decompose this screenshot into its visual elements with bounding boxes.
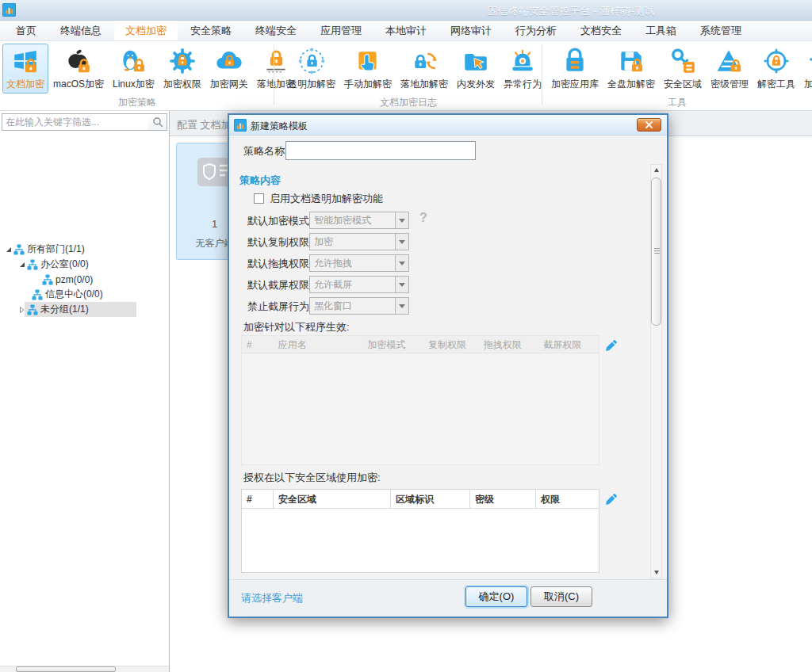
field-label-screenshot-permission: 默认截屏权限 xyxy=(247,278,309,292)
col-app-name: 应用名 xyxy=(274,336,362,353)
app-table-header: # 应用名 加密模式 复制权限 拖拽权限 截屏权限 xyxy=(242,336,599,353)
tab-app-manage[interactable]: 应用管理 xyxy=(309,21,373,40)
ribbon-group-encrypt-policy: 文档加密 macOS加密 xyxy=(0,41,274,111)
tab-security-policy[interactable]: 安全策略 xyxy=(179,21,243,40)
new-policy-template-dialog: 新建策略模板 策略名称: 策略内容 启用文档透明加解密功能 默认加密模式 智能加… xyxy=(228,113,668,618)
tab-network-audit[interactable]: 网络审计 xyxy=(439,21,503,40)
gear-lock-icon xyxy=(168,47,197,75)
workspace-tab-label[interactable]: 配置 文档加 xyxy=(177,118,232,132)
scrollbar-thumb[interactable] xyxy=(651,178,661,326)
col-drag-permission: 拖拽权限 xyxy=(479,336,539,353)
col-copy-permission: 复制权限 xyxy=(423,336,479,353)
field-label-drag-permission: 默认拖拽权限 xyxy=(247,257,309,271)
sidebar-horizontal-scrollbar[interactable] xyxy=(0,666,169,672)
apple-lock-icon xyxy=(64,47,93,75)
expander-open-icon[interactable] xyxy=(6,247,11,252)
col-index: # xyxy=(242,336,274,353)
zone-table-header: # 安全区域 区域标识 密级 权限 xyxy=(242,490,599,509)
field-label-encrypt-mode: 默认加密模式 xyxy=(247,214,309,228)
ribbon-item-landing-crypt[interactable]: 落地加解密 xyxy=(396,44,452,94)
app-library-icon xyxy=(561,47,589,75)
close-icon xyxy=(645,121,653,128)
chevron-down-icon[interactable] xyxy=(395,255,408,271)
close-button[interactable] xyxy=(637,118,661,132)
dialog-title: 新建策略模板 xyxy=(251,120,308,133)
org-icon xyxy=(27,259,38,270)
search-button[interactable] xyxy=(148,113,167,131)
ribbon-item-macos-encrypt[interactable]: macOS加密 xyxy=(49,44,108,94)
folder-send-icon xyxy=(462,47,490,75)
chevron-down-icon[interactable] xyxy=(395,212,408,228)
dialog-vertical-scrollbar[interactable] xyxy=(650,164,662,578)
ribbon-item-secret-level[interactable]: 密级管理 xyxy=(707,44,753,94)
search-icon xyxy=(152,116,163,128)
tab-terminal-security[interactable]: 终端安全 xyxy=(244,21,308,40)
tree-item-ungrouped[interactable]: 未分组(1/1) xyxy=(20,302,136,317)
ribbon-item-encrypt-gateway[interactable]: 加密网关 xyxy=(206,44,252,94)
zone-table-caption: 授权在以下安全区域使用加密: xyxy=(243,471,381,485)
ribbon: 文档加密 macOS加密 xyxy=(0,41,812,111)
tree-item-office[interactable]: 办公室(0/0) xyxy=(20,257,89,272)
chevron-down-icon[interactable] xyxy=(395,298,408,314)
encrypt-mode-select[interactable]: 智能加密模式 xyxy=(309,212,409,229)
screenshot-permission-select[interactable]: 允许截屏 xyxy=(309,276,409,293)
org-icon xyxy=(42,274,53,285)
ribbon-item-abnormal-behavior[interactable]: 异常行为 xyxy=(500,44,546,94)
help-icon[interactable]: ? xyxy=(419,211,427,225)
chevron-down-icon[interactable] xyxy=(395,277,408,292)
cancel-button[interactable]: 取消(C) xyxy=(530,586,592,607)
transparent-crypt-icon xyxy=(297,47,326,75)
select-client-link[interactable]: 请选择客户端 xyxy=(241,591,303,605)
tab-local-audit[interactable]: 本地审计 xyxy=(374,21,438,40)
drag-permission-select[interactable]: 允许拖拽 xyxy=(309,254,409,272)
copy-permission-select[interactable]: 加密 xyxy=(309,233,409,250)
ribbon-item-encrypt-app-library[interactable]: 加密应用库 xyxy=(547,44,603,94)
scroll-down-icon[interactable] xyxy=(651,567,661,578)
ribbon-item-encrypt-permission[interactable]: 加密权限 xyxy=(159,44,205,94)
col-safe-zone: 安全区域 xyxy=(274,490,391,508)
forbid-screenshot-behavior-select[interactable]: 黑化窗口 xyxy=(309,297,409,315)
expander-open-icon[interactable] xyxy=(20,262,25,267)
window-title: 固信终端安全管控平台 - 潘梓萌-测试 xyxy=(412,4,730,18)
tree-item-pzm[interactable]: pzm(0/0) xyxy=(40,272,93,287)
tab-doc-encrypt[interactable]: 文档加密 xyxy=(114,21,178,40)
ribbon-item-transparent-crypt[interactable]: 透明加解密 xyxy=(284,44,339,94)
edit-app-table-icon[interactable] xyxy=(605,339,618,352)
dialog-logo-icon xyxy=(234,119,247,132)
ok-button[interactable]: 确定(O) xyxy=(465,586,527,607)
enable-transparent-crypt-checkbox[interactable] xyxy=(254,193,264,204)
ribbon-item-decrypt-tool[interactable]: 解密工具 xyxy=(753,44,799,94)
policy-name-input[interactable] xyxy=(285,141,476,160)
ribbon-group-label: 文档加密日志 xyxy=(274,96,542,109)
edit-zone-table-icon[interactable] xyxy=(605,493,618,506)
tab-toolbox[interactable]: 工具箱 xyxy=(634,21,688,40)
tree-item-info-center[interactable]: 信息中心(0/0) xyxy=(29,287,103,302)
org-icon xyxy=(13,244,25,255)
tree-item-all-departments[interactable]: 所有部门(1/1) xyxy=(6,242,85,257)
ribbon-item-linux-encrypt[interactable]: Linux加密 xyxy=(109,44,159,94)
landing-crypt-icon xyxy=(410,47,439,75)
ribbon-item-safe-zone[interactable]: 安全区域 xyxy=(660,44,706,94)
scroll-up-icon[interactable] xyxy=(651,165,661,175)
scrollbar-thumb[interactable] xyxy=(16,666,116,672)
policy-name-label: 策略名称: xyxy=(243,144,288,158)
ribbon-item-manual-crypt[interactable]: 手动加解密 xyxy=(340,44,396,94)
col-screenshot-permission: 截屏权限 xyxy=(538,336,599,353)
search-input[interactable] xyxy=(2,113,149,131)
manual-crypt-icon xyxy=(354,47,382,75)
tab-doc-security[interactable]: 文档安全 xyxy=(569,21,633,40)
department-tree-panel: 所有部门(1/1) 办公室(0/0) pzm(0/0) 信息中心(0/0) 未分… xyxy=(0,111,170,672)
tab-behavior-analysis[interactable]: 行为分析 xyxy=(504,21,568,40)
chevron-down-icon[interactable] xyxy=(395,234,408,250)
tab-home[interactable]: 首页 xyxy=(5,21,48,40)
tab-terminal-info[interactable]: 终端信息 xyxy=(49,21,113,40)
tab-system-manage[interactable]: 系统管理 xyxy=(689,21,753,40)
field-label-forbid-screenshot-behavior: 禁止截屏行为 xyxy=(247,300,309,314)
ribbon-item-inout-send[interactable]: 内发外发 xyxy=(453,44,499,94)
ribbon-item-doc-encrypt[interactable]: 文档加密 xyxy=(2,44,48,94)
ribbon-item-encrypt-params[interactable]: 加密参数 xyxy=(800,44,812,94)
app-logo-icon xyxy=(2,3,16,17)
ribbon-item-fulldisk-crypt[interactable]: 全盘加解密 xyxy=(603,44,659,94)
windows-lock-icon xyxy=(11,47,40,75)
ribbon-group-label: 工具 xyxy=(542,96,812,109)
